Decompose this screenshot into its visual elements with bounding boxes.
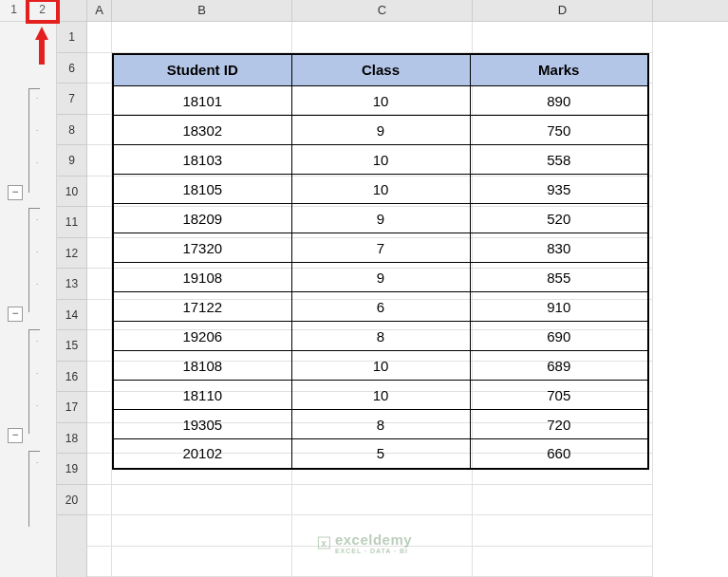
- column-header[interactable]: C: [292, 0, 473, 21]
- cell[interactable]: 19108: [113, 263, 291, 292]
- cell[interactable]: 18209: [113, 204, 291, 233]
- collapse-button[interactable]: −: [8, 185, 23, 200]
- cell[interactable]: 558: [470, 145, 648, 175]
- table-header-row: Student ID Class Marks: [113, 54, 648, 86]
- cell[interactable]: 750: [470, 116, 648, 145]
- column-header[interactable]: B: [112, 0, 292, 21]
- table-row: 182099520: [113, 204, 648, 233]
- row-header[interactable]: 1: [57, 22, 86, 53]
- cell[interactable]: 18105: [113, 175, 291, 204]
- table-row: 1810310558: [113, 145, 648, 175]
- row-headers: 1 6 7 8 9 10 11 12 13 14 15 16 17 18 19 …: [57, 0, 87, 577]
- collapse-button[interactable]: −: [8, 428, 23, 443]
- outline-dot: ·: [36, 158, 40, 162]
- outline-dot: ·: [36, 458, 40, 462]
- header-student-id[interactable]: Student ID: [113, 54, 291, 86]
- table-row: 193058720: [113, 410, 648, 439]
- cell[interactable]: 19206: [113, 322, 291, 351]
- row-header[interactable]: 14: [57, 300, 86, 331]
- row-header[interactable]: 13: [57, 269, 86, 300]
- outline-level-header: 1 2: [0, 0, 56, 22]
- cell[interactable]: 10: [291, 381, 470, 410]
- cell[interactable]: 18302: [113, 116, 291, 145]
- cell[interactable]: 20102: [113, 439, 291, 469]
- outline-dot: ·: [36, 337, 40, 341]
- row-header[interactable]: 20: [57, 485, 86, 516]
- column-header[interactable]: A: [87, 0, 112, 21]
- cell[interactable]: 520: [470, 204, 648, 233]
- group-bracket: [28, 329, 40, 434]
- cell[interactable]: 18108: [113, 351, 291, 381]
- table-row: 1810510935: [113, 175, 648, 204]
- cell[interactable]: 689: [470, 351, 648, 381]
- cell[interactable]: 19305: [113, 410, 291, 439]
- cell[interactable]: 18103: [113, 145, 291, 175]
- cell[interactable]: 890: [470, 86, 648, 116]
- outline-dot: ·: [36, 369, 40, 373]
- cell[interactable]: 17320: [113, 233, 291, 263]
- outline-dot: ·: [36, 280, 40, 284]
- cell[interactable]: 6: [291, 292, 470, 322]
- table-row: 1810810689: [113, 351, 648, 381]
- table-row: 191089855: [113, 263, 648, 292]
- cell[interactable]: 10: [291, 145, 470, 175]
- cell[interactable]: 720: [470, 410, 648, 439]
- table-row: 173207830: [113, 233, 648, 263]
- collapse-button[interactable]: −: [8, 307, 23, 322]
- row-header[interactable]: 8: [57, 115, 86, 146]
- cell[interactable]: 10: [291, 86, 470, 116]
- cell[interactable]: 5: [291, 439, 470, 469]
- outline-dot: ·: [36, 126, 40, 130]
- cell[interactable]: 17122: [113, 292, 291, 322]
- cell[interactable]: 8: [291, 410, 470, 439]
- cell[interactable]: 18101: [113, 86, 291, 116]
- row-header[interactable]: 18: [57, 423, 86, 455]
- cell[interactable]: 8: [291, 322, 470, 351]
- select-all-corner[interactable]: [57, 0, 86, 22]
- annotation-arrow-icon: [35, 27, 48, 65]
- table-row: 183029750: [113, 116, 648, 145]
- row-header[interactable]: 7: [57, 84, 86, 115]
- cell[interactable]: 10: [291, 351, 470, 381]
- cell[interactable]: 10: [291, 175, 470, 204]
- table-row: 192068690: [113, 322, 648, 351]
- group-bracket: [28, 88, 40, 193]
- cell[interactable]: 690: [470, 322, 648, 351]
- cell[interactable]: 705: [470, 381, 648, 410]
- cell[interactable]: 855: [470, 263, 648, 292]
- outline-level-1[interactable]: 1: [0, 0, 28, 21]
- cell[interactable]: 910: [470, 292, 648, 322]
- outline-dot: ·: [36, 94, 40, 98]
- table-row: 1810110890: [113, 86, 648, 116]
- outline-area: 1 2 · · · − · · · − · · · − ·: [0, 0, 57, 577]
- outline-dot: ·: [36, 215, 40, 219]
- row-header[interactable]: 6: [57, 53, 86, 84]
- row-header[interactable]: 15: [57, 330, 86, 362]
- cell[interactable]: 660: [470, 439, 648, 469]
- column-header[interactable]: D: [473, 0, 653, 21]
- grid-area[interactable]: Student ID Class Marks 1810110890 183029…: [87, 22, 728, 577]
- cell[interactable]: 935: [470, 175, 648, 204]
- cell[interactable]: 9: [291, 116, 470, 145]
- cell[interactable]: 9: [291, 204, 470, 233]
- row-header[interactable]: 9: [57, 145, 86, 177]
- cell[interactable]: 830: [470, 233, 648, 263]
- row-header[interactable]: 17: [57, 392, 86, 423]
- table-row: 1811010705: [113, 381, 648, 410]
- cell[interactable]: 7: [291, 233, 470, 263]
- cell[interactable]: 18110: [113, 381, 291, 410]
- row-header[interactable]: 11: [57, 207, 86, 238]
- column-headers: A B C D: [87, 0, 728, 22]
- outline-level-2[interactable]: 2: [28, 0, 56, 21]
- row-header[interactable]: 10: [57, 177, 86, 208]
- header-marks[interactable]: Marks: [470, 54, 648, 86]
- table-row: 171226910: [113, 292, 648, 322]
- outline-body: · · · − · · · − · · · − ·: [0, 22, 56, 577]
- table-row: 201025660: [113, 439, 648, 469]
- row-header[interactable]: 19: [57, 454, 86, 485]
- row-header[interactable]: 16: [57, 362, 86, 393]
- row-header[interactable]: 12: [57, 238, 86, 270]
- header-class[interactable]: Class: [291, 54, 470, 86]
- outline-dot: ·: [36, 248, 40, 251]
- cell[interactable]: 9: [291, 263, 470, 292]
